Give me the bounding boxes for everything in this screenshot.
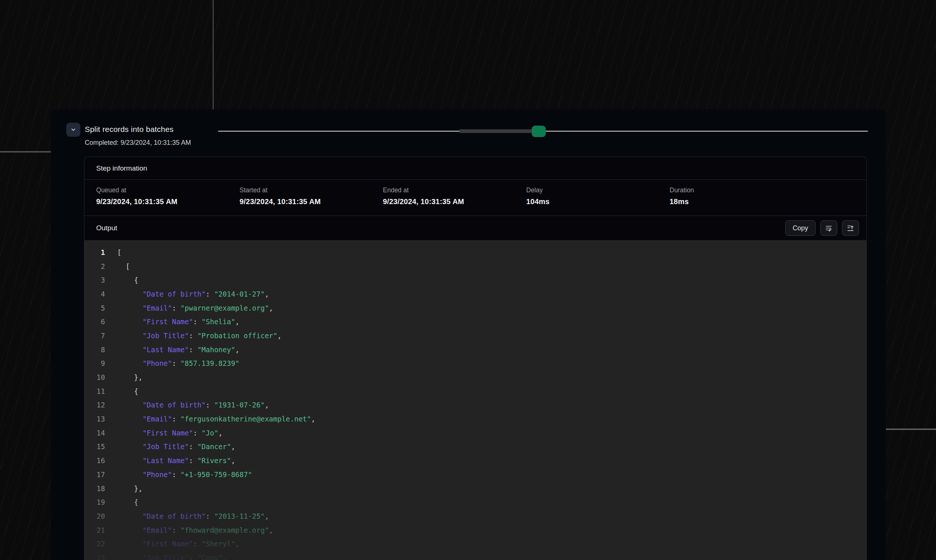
code-line: 2 [ bbox=[85, 259, 866, 273]
stat-value: 9/23/2024, 10:31:35 AM bbox=[240, 197, 383, 206]
code-line: 11 { bbox=[85, 384, 866, 398]
output-code-viewer[interactable]: 1[2 [3 {4 "Date of birth": "2014-01-27",… bbox=[85, 240, 866, 560]
step-information-header: Step information bbox=[85, 157, 866, 180]
stat-value: 18ms bbox=[670, 197, 813, 206]
step-timeline[interactable] bbox=[218, 124, 868, 138]
stat-duration: Duration18ms bbox=[670, 186, 813, 206]
stat-started-at: Started at9/23/2024, 10:31:35 AM bbox=[240, 186, 383, 206]
scroll-to-top-button[interactable] bbox=[842, 220, 859, 236]
code-text: { bbox=[117, 387, 138, 395]
code-line: 14 "First Name": "Jo", bbox=[85, 426, 866, 440]
line-number: 19 bbox=[85, 498, 105, 506]
line-number: 17 bbox=[85, 471, 105, 478]
code-text: "First Name": "Jo", bbox=[117, 429, 223, 437]
line-number: 18 bbox=[85, 485, 105, 492]
stat-label: Started at bbox=[240, 186, 383, 194]
code-text: "First Name": "Shelia", bbox=[117, 318, 240, 326]
line-number: 6 bbox=[85, 318, 105, 326]
code-text: "Date of birth": "2014-01-27", bbox=[117, 290, 269, 298]
line-number: 10 bbox=[85, 373, 105, 381]
wrap-text-button[interactable] bbox=[820, 220, 837, 236]
line-number: 9 bbox=[85, 359, 105, 367]
code-line: 4 "Date of birth": "2014-01-27", bbox=[85, 287, 866, 301]
decor-horizontal-line-right bbox=[886, 428, 936, 430]
code-text: "Phone": "+1-950-759-8687" bbox=[117, 471, 252, 478]
line-number: 7 bbox=[85, 332, 105, 340]
code-text: "Last Name": "Mahoney", bbox=[117, 346, 240, 354]
stat-value: 9/23/2024, 10:31:35 AM bbox=[96, 197, 240, 206]
code-text: "Email": "fhoward@example.org", bbox=[117, 526, 273, 534]
step-title: Split records into batches bbox=[85, 125, 174, 134]
line-number: 12 bbox=[85, 401, 105, 409]
line-number: 2 bbox=[85, 262, 105, 271]
line-number: 23 bbox=[85, 554, 105, 560]
line-number: 8 bbox=[85, 346, 105, 354]
line-number: 20 bbox=[85, 512, 105, 520]
stat-value: 9/23/2024, 10:31:35 AM bbox=[383, 197, 526, 206]
line-number: 3 bbox=[85, 276, 105, 284]
code-line: 13 "Email": "fergusonkatherine@example.n… bbox=[85, 412, 866, 426]
output-title: Output bbox=[96, 224, 117, 232]
code-line: 16 "Last Name": "Rivers", bbox=[85, 454, 866, 468]
code-text: "Email": "fergusonkatherine@example.net"… bbox=[117, 415, 316, 423]
line-number: 22 bbox=[85, 540, 105, 548]
timeline-elapsed-segment bbox=[460, 129, 533, 133]
line-number: 11 bbox=[85, 387, 105, 395]
code-line: 23 "Job Title": "Copy", bbox=[85, 551, 866, 560]
stat-label: Duration bbox=[670, 186, 813, 194]
output-actions: Copy bbox=[785, 220, 859, 236]
code-text: { bbox=[117, 276, 138, 284]
stat-label: Queued at bbox=[96, 186, 240, 194]
line-number: 14 bbox=[85, 429, 105, 437]
code-line: 21 "Email": "fhoward@example.org", bbox=[85, 523, 866, 537]
code-text: "Phone": "857.139.8239" bbox=[117, 359, 240, 367]
code-line: 9 "Phone": "857.139.8239" bbox=[85, 357, 866, 371]
code-lines: 1[2 [3 {4 "Date of birth": "2014-01-27",… bbox=[85, 245, 866, 560]
code-line: 19 { bbox=[85, 495, 866, 509]
code-line: 22 "First Name": "Sheryl", bbox=[85, 537, 866, 551]
code-line: 18 }, bbox=[85, 482, 866, 495]
code-text: }, bbox=[117, 485, 143, 492]
copy-button[interactable]: Copy bbox=[785, 220, 816, 236]
step-status-line: Completed: 9/23/2024, 10:31:35 AM bbox=[85, 139, 191, 147]
code-text: { bbox=[117, 498, 138, 506]
code-text: "Job Title": "Dancer", bbox=[117, 443, 235, 451]
output-bar: Output Copy bbox=[85, 216, 866, 240]
code-line: 15 "Job Title": "Dancer", bbox=[85, 440, 866, 454]
copy-button-label: Copy bbox=[793, 225, 808, 232]
decor-horizontal-line-left bbox=[0, 151, 51, 152]
collapse-step-button[interactable] bbox=[66, 123, 80, 137]
stat-label: Ended at bbox=[383, 186, 526, 194]
step-information-title: Step information bbox=[96, 164, 147, 172]
code-text: "Job Title": "Copy", bbox=[117, 554, 226, 560]
code-text: [ bbox=[117, 248, 121, 257]
code-line: 1[ bbox=[85, 245, 866, 259]
code-text: "Date of birth": "2013-11-25", bbox=[117, 512, 269, 520]
code-line: 3 { bbox=[85, 273, 866, 287]
code-text: "Email": "pwarner@example.org", bbox=[117, 304, 273, 312]
code-text: [ bbox=[117, 262, 130, 271]
stat-ended-at: Ended at9/23/2024, 10:31:35 AM bbox=[383, 186, 526, 206]
step-detail-panel: Split records into batches Completed: 9/… bbox=[51, 109, 886, 560]
code-text: "Last Name": "Rivers", bbox=[117, 457, 235, 465]
code-text: "Date of birth": "1931-07-26", bbox=[117, 401, 269, 409]
chevron-down-icon bbox=[70, 127, 76, 132]
line-number: 15 bbox=[85, 443, 105, 451]
stats-row: Queued at9/23/2024, 10:31:35 AMStarted a… bbox=[85, 180, 866, 216]
line-number: 21 bbox=[85, 526, 105, 534]
stat-label: Delay bbox=[526, 186, 670, 194]
code-text: "First Name": "Sheryl", bbox=[117, 540, 240, 548]
line-number: 13 bbox=[85, 415, 105, 423]
code-line: 8 "Last Name": "Mahoney", bbox=[85, 343, 866, 357]
code-line: 6 "First Name": "Shelia", bbox=[85, 315, 866, 329]
code-line: 5 "Email": "pwarner@example.org", bbox=[85, 301, 866, 315]
step-information-card: Step information Queued at9/23/2024, 10:… bbox=[84, 157, 867, 560]
code-line: 7 "Job Title": "Probation officer", bbox=[85, 329, 866, 343]
line-number: 16 bbox=[85, 457, 105, 465]
code-line: 10 }, bbox=[85, 370, 866, 384]
code-line: 17 "Phone": "+1-950-759-8687" bbox=[85, 468, 866, 482]
code-text: "Job Title": "Probation officer", bbox=[117, 332, 282, 340]
code-text: }, bbox=[117, 373, 143, 381]
code-line: 12 "Date of birth": "1931-07-26", bbox=[85, 398, 866, 412]
timeline-handle[interactable] bbox=[532, 126, 546, 137]
